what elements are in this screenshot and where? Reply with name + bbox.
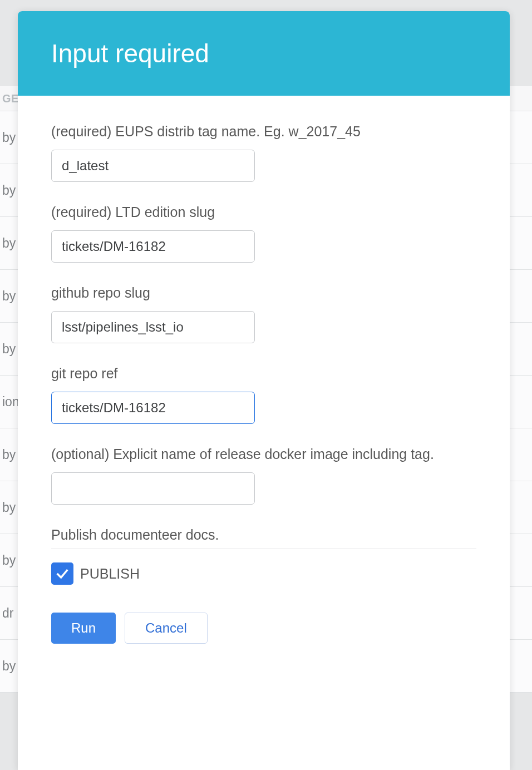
eups-tag-input[interactable] <box>51 150 255 182</box>
field-docker-image: (optional) Explicit name of release dock… <box>51 446 476 505</box>
field-github-repo: github repo slug <box>51 285 476 343</box>
publish-checkbox-label: PUBLISH <box>80 566 140 582</box>
bg-header-text: GE <box>2 92 19 105</box>
modal-header: Input required <box>18 11 510 96</box>
divider <box>51 549 476 549</box>
run-button[interactable]: Run <box>51 613 116 644</box>
modal-body: (required) EUPS distrib tag name. Eg. w_… <box>18 96 510 770</box>
ltd-slug-input[interactable] <box>51 230 255 263</box>
field-label: github repo slug <box>51 285 476 301</box>
modal-actions: Run Cancel <box>51 613 476 644</box>
publish-checkbox-row[interactable]: PUBLISH <box>51 562 476 585</box>
input-required-modal: Input required (required) EUPS distrib t… <box>18 11 510 770</box>
docker-image-input[interactable] <box>51 472 255 505</box>
publish-checkbox[interactable] <box>51 562 73 585</box>
cancel-button[interactable]: Cancel <box>125 613 208 644</box>
field-label: git repo ref <box>51 366 476 382</box>
field-label: Publish documenteer docs. <box>51 527 476 543</box>
field-label: (required) EUPS distrib tag name. Eg. w_… <box>51 124 476 140</box>
field-label: (required) LTD edition slug <box>51 204 476 220</box>
check-icon <box>55 566 70 581</box>
git-ref-input[interactable] <box>51 392 255 424</box>
field-eups-tag: (required) EUPS distrib tag name. Eg. w_… <box>51 124 476 182</box>
github-repo-input[interactable] <box>51 311 255 343</box>
modal-title: Input required <box>51 38 209 68</box>
field-ltd-slug: (required) LTD edition slug <box>51 204 476 263</box>
field-label: (optional) Explicit name of release dock… <box>51 446 476 462</box>
field-publish-section: Publish documenteer docs. PUBLISH <box>51 527 476 585</box>
field-git-ref: git repo ref <box>51 366 476 424</box>
